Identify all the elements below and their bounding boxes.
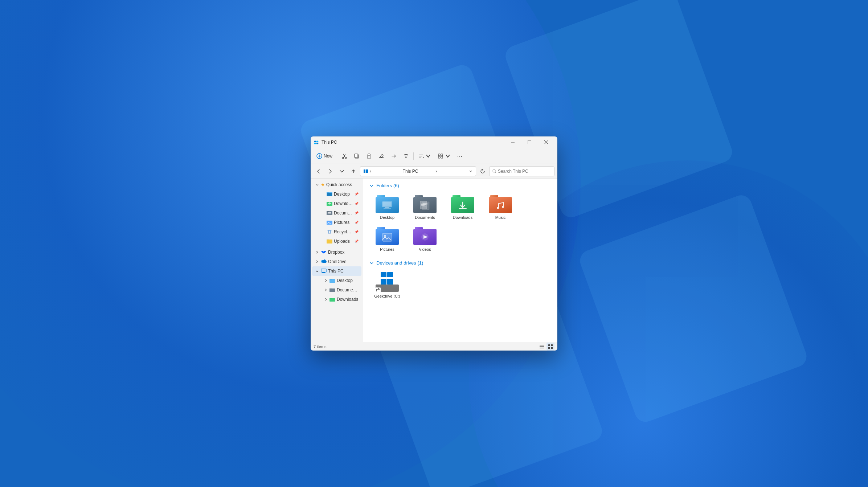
drives-grid: Geekdrive (C:): [369, 269, 552, 301]
search-input[interactable]: [498, 169, 551, 174]
uploads-pin-icon: 📌: [355, 240, 359, 243]
folders-grid: Desktop: [369, 192, 552, 254]
devices-expand-icon[interactable]: [369, 261, 374, 266]
rename-button[interactable]: [376, 150, 387, 162]
close-button[interactable]: [538, 136, 554, 148]
refresh-button[interactable]: [478, 166, 488, 176]
svg-rect-45: [321, 269, 326, 272]
svg-rect-2: [314, 143, 316, 144]
address-bar: › This PC ›: [311, 164, 557, 179]
svg-rect-27: [364, 171, 365, 173]
svg-rect-14: [355, 154, 358, 157]
svg-rect-39: [328, 213, 331, 214]
view-button[interactable]: [435, 150, 454, 162]
sidebar-this-pc[interactable]: This PC: [312, 266, 361, 276]
address-this-pc: This PC: [403, 169, 434, 174]
sidebar-dropbox[interactable]: Dropbox: [312, 247, 361, 257]
this-pc-desktop-icon: [329, 278, 335, 283]
folder-desktop[interactable]: Desktop: [369, 192, 405, 222]
forward-button[interactable]: [325, 166, 335, 176]
folder-videos[interactable]: Videos: [407, 224, 443, 254]
drive-c[interactable]: Geekdrive (C:): [369, 269, 405, 301]
onedrive-label: OneDrive: [328, 259, 359, 264]
this-pc-desktop-expand: [324, 278, 328, 283]
folder-documents[interactable]: Documents: [407, 192, 443, 222]
desktop-folder-icon: [327, 191, 332, 197]
list-view-button[interactable]: [538, 343, 546, 351]
sidebar-item-desktop[interactable]: Desktop 📌: [318, 189, 361, 199]
sidebar-item-documents[interactable]: Documents 📌: [318, 208, 361, 218]
svg-rect-76: [387, 279, 393, 285]
cut-button[interactable]: [339, 150, 350, 162]
this-pc-downloads-icon: [329, 297, 335, 302]
recycle-bin-label: Recycle Bin: [334, 229, 353, 234]
svg-rect-21: [438, 154, 440, 156]
title-bar-controls: [504, 136, 554, 148]
sidebar-this-pc-desktop[interactable]: Desktop: [318, 276, 361, 285]
svg-rect-41: [327, 221, 329, 221]
copy-button[interactable]: [351, 150, 363, 162]
onedrive-expand-icon: [315, 259, 319, 264]
videos-folder-label: Videos: [419, 247, 431, 251]
toolbar-separator-2: [413, 152, 414, 160]
this-pc-documents-label: Documents: [337, 287, 359, 292]
sidebar-onedrive[interactable]: OneDrive: [312, 257, 361, 266]
sidebar-this-pc-downloads[interactable]: Downloads: [318, 295, 361, 304]
restore-button[interactable]: [521, 136, 538, 148]
sidebar-quick-access[interactable]: ★ Quick access: [312, 180, 361, 189]
folders-expand-icon[interactable]: [369, 183, 374, 188]
address-dropdown[interactable]: [468, 169, 473, 173]
svg-rect-5: [528, 140, 531, 144]
sidebar-item-downloads[interactable]: Downloads 📌: [318, 199, 361, 208]
new-button[interactable]: New: [314, 150, 335, 162]
folder-music[interactable]: Music: [482, 192, 519, 222]
svg-rect-57: [383, 202, 391, 206]
sidebar-item-pictures[interactable]: Pictures 📌: [318, 218, 361, 227]
minimize-button[interactable]: [504, 136, 521, 148]
onedrive-icon: [321, 259, 327, 265]
documents-folder-icon: [327, 210, 332, 216]
share-button[interactable]: [388, 150, 400, 162]
svg-rect-43: [327, 240, 332, 244]
delete-button[interactable]: [400, 150, 412, 162]
this-pc-expand-icon: [315, 269, 319, 273]
downloads-pin-icon: 📌: [355, 202, 359, 205]
dropdown-button[interactable]: [337, 166, 347, 176]
svg-point-69: [502, 206, 504, 208]
svg-rect-75: [381, 279, 386, 285]
this-pc-downloads-label: Downloads: [337, 297, 359, 302]
address-path: ›: [370, 169, 401, 174]
downloads-folder-icon: [327, 201, 332, 206]
svg-rect-85: [548, 344, 550, 346]
svg-rect-24: [441, 156, 443, 158]
folder-pictures[interactable]: Pictures: [369, 224, 405, 254]
more-button[interactable]: ···: [454, 150, 466, 162]
drive-c-icon: [376, 272, 399, 292]
svg-rect-65: [423, 205, 427, 205]
search-box[interactable]: [489, 166, 554, 176]
devices-section-header: Devices and drives (1): [369, 260, 552, 266]
paste-button[interactable]: [363, 150, 375, 162]
sidebar-item-uploads[interactable]: Uploads 📌: [318, 237, 361, 246]
explorer-window: This PC New: [311, 136, 557, 351]
this-pc-desktop-label: Desktop: [337, 278, 359, 283]
folder-downloads[interactable]: Downloads: [445, 192, 481, 222]
svg-rect-33: [327, 192, 329, 193]
svg-rect-50: [329, 288, 335, 292]
svg-rect-4: [511, 142, 515, 143]
svg-rect-70: [382, 233, 392, 241]
sort-button[interactable]: [415, 150, 434, 162]
sidebar-this-pc-documents[interactable]: Documents: [318, 285, 361, 295]
svg-rect-26: [366, 169, 368, 171]
back-button[interactable]: [314, 166, 324, 176]
sidebar-item-recycle-bin[interactable]: Recycle Bin 📌: [318, 227, 361, 237]
more-icon: ···: [457, 153, 463, 159]
recycle-bin-pin-icon: 📌: [355, 230, 359, 234]
title-bar: This PC: [311, 136, 557, 148]
title-bar-left: This PC: [314, 139, 337, 145]
drive-c-label: Geekdrive (C:): [374, 294, 400, 298]
grid-view-button[interactable]: [546, 343, 554, 351]
svg-rect-88: [551, 347, 553, 349]
up-button[interactable]: [348, 166, 359, 176]
address-box[interactable]: › This PC ›: [360, 166, 476, 176]
